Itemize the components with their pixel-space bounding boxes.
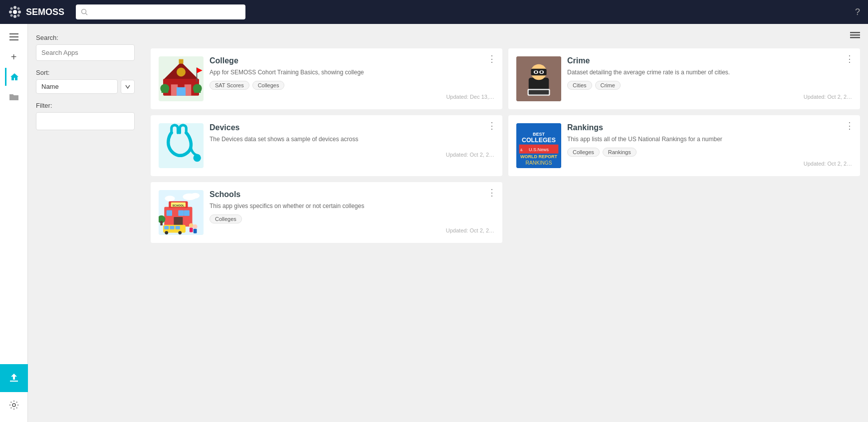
svg-rect-72 [190,227,193,232]
devices-menu-btn[interactable]: ⋮ [487,121,496,130]
app-card-rankings[interactable]: BEST COLLEGES U.S.News & WORLD REPORT RA… [508,115,860,176]
app-card-crime[interactable]: Crime Dataset detailing the average crim… [508,48,860,109]
rankings-menu-btn[interactable]: ⋮ [845,121,854,130]
app-grid-container: College App for SEMOSS Cohort Training B… [143,24,868,422]
svg-rect-74 [194,229,197,233]
sidebar-home-btn[interactable] [5,68,23,86]
devices-app-info: Devices The Devices data set shows a sam… [210,123,494,168]
hamburger-icon [9,33,18,40]
college-updated: Updated: Dec 13,… [210,94,494,100]
logo-icon [8,5,22,19]
svg-point-21 [177,68,186,77]
sidebar: + [0,24,28,422]
logo: SEMOSS [8,5,68,19]
svg-rect-68 [176,226,180,229]
svg-point-69 [165,231,168,234]
svg-rect-27 [179,59,184,64]
svg-rect-24 [177,87,186,96]
svg-point-3 [9,10,12,13]
search-apps-input[interactable] [36,44,135,61]
svg-point-15 [12,404,15,407]
svg-rect-12 [9,36,18,37]
svg-point-73 [193,224,198,229]
crime-tags: Cities Crime [567,81,852,90]
svg-rect-14 [10,381,18,382]
home-icon [10,72,19,81]
svg-point-31 [193,84,202,93]
college-tags: SAT Scores Colleges [210,81,494,90]
svg-point-5 [10,7,13,10]
search-icon [81,8,88,15]
svg-text:&: & [520,148,523,152]
college-app-info: College App for SEMOSS Cohort Training B… [210,56,494,101]
crime-app-info: Crime Dataset detailing the average crim… [567,56,852,101]
app-card-schools[interactable]: SCHOOL [151,182,502,243]
svg-rect-66 [164,226,169,229]
global-search[interactable] [76,4,245,19]
crime-thumbnail [516,56,561,101]
app-card-college[interactable]: College App for SEMOSS Cohort Training B… [151,48,502,109]
main-content: Search: Sort: Name Date Type Filter: [28,24,868,422]
stethoscope-icon [159,123,204,168]
global-search-input[interactable] [91,8,240,16]
sort-direction-btn[interactable] [121,80,135,94]
svg-text:BEST: BEST [533,132,545,137]
tag-colleges[interactable]: Colleges [252,81,285,90]
help-icon[interactable]: ? [855,7,860,17]
sidebar-settings-btn[interactable] [5,396,23,414]
sort-arrow-icon [125,84,131,89]
svg-rect-13 [9,39,18,40]
svg-text:WORLD REPORT: WORLD REPORT [520,154,557,159]
sidebar-bottom [0,364,28,422]
svg-rect-67 [170,226,175,229]
tag-rankings-colleges[interactable]: Colleges [567,148,600,157]
svg-rect-11 [9,33,18,34]
tag-schools-colleges[interactable]: Colleges [210,214,242,223]
settings-icon [9,401,18,410]
search-label: Search: [36,34,135,41]
tag-crime[interactable]: Crime [595,81,621,90]
sidebar-folder-btn[interactable] [5,88,23,106]
tag-rankings[interactable]: Rankings [603,148,637,157]
schools-menu-btn[interactable]: ⋮ [487,188,496,197]
left-panel: Search: Sort: Name Date Type Filter: [28,24,143,422]
college-menu-btn[interactable]: ⋮ [487,54,496,63]
filter-label: Filter: [36,102,135,109]
svg-point-71 [189,223,194,227]
upload-icon [8,372,20,384]
svg-point-2 [13,15,16,18]
tag-cities[interactable]: Cities [567,81,592,90]
crime-title: Crime [567,56,852,65]
college-thumbnail [159,56,204,101]
svg-rect-17 [850,34,860,36]
svg-rect-41 [529,90,549,95]
tag-sat-scores[interactable]: SAT Scores [210,81,249,90]
schools-app-info: Schools This app gives specifics on whet… [210,190,494,235]
app-card-devices[interactable]: Devices The Devices data set shows a sam… [151,115,502,176]
list-view-icon[interactable] [850,32,860,42]
svg-point-1 [13,6,16,9]
svg-marker-29 [197,68,203,73]
svg-point-7 [10,14,13,17]
grid-header [151,32,860,42]
folder-icon [9,93,18,101]
crime-desc: Dataset detailing the average crime rate… [567,68,852,77]
sidebar-menu-btn[interactable] [5,28,23,46]
rankings-updated: Updated: Oct 2, 2… [567,161,852,167]
sort-select[interactable]: Name Date Type [36,79,118,94]
svg-rect-60 [178,211,184,216]
filter-input[interactable] [36,112,135,130]
svg-point-42 [193,154,201,162]
sort-label: Sort: [36,69,135,76]
devices-thumbnail [159,123,204,168]
svg-rect-64 [160,221,163,225]
schools-updated: Updated: Oct 2, 2… [210,227,494,233]
rankings-title: Rankings [567,123,852,132]
svg-point-0 [13,10,17,14]
crime-menu-btn[interactable]: ⋮ [845,54,854,63]
svg-point-39 [540,71,543,73]
upload-btn[interactable] [0,364,28,392]
burglar-icon [516,56,561,101]
svg-point-6 [17,7,20,10]
sidebar-add-btn[interactable]: + [5,48,23,66]
